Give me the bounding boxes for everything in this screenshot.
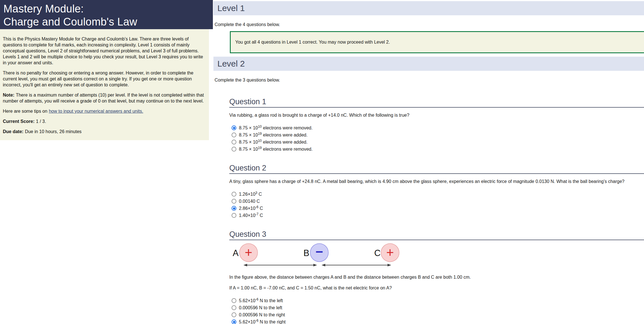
due-date-row: Due date:Due in 10 hours, 26 minutes (3, 129, 206, 135)
sidebar: Mastery Module: Charge and Coulomb's Law… (0, 0, 213, 324)
question-1-text: Via rubbing, a glass rod is brought to a… (229, 112, 644, 118)
question-1-options: 8.75 × 1010 electrons were removed. 8.75… (229, 125, 644, 152)
option-label: 2.86×10-6 C (239, 205, 263, 212)
question-1-heading: Question 1 (229, 97, 644, 108)
option-label: 8.75 × 1010 electrons were removed. (239, 125, 313, 131)
option-label: 5.62×10-6 N to the left (239, 298, 283, 304)
level1-instruction: Complete the 4 questions below. (215, 22, 644, 27)
level2-banner: Level 2 (213, 57, 644, 71)
level2-instruction: Complete the 3 questions below. (215, 78, 644, 83)
current-score-row: Current Score:1 / 3. (3, 118, 206, 124)
radio-button[interactable] (232, 147, 236, 152)
note-text: There is a maximum number of attempts (1… (3, 93, 204, 103)
level2-title: Level 2 (217, 59, 245, 69)
level1-banner: Level 1 (213, 1, 644, 15)
question-2-text: A tiny, glass sphere has a charge of +24… (229, 178, 644, 184)
radio-button[interactable] (232, 213, 236, 218)
question-1-block: Question 1 Via rubbing, a glass rod is b… (229, 97, 644, 152)
question-2-option-2: 0.00140 C (229, 198, 644, 204)
option-label: 0.00140 C (239, 198, 260, 204)
charge-b-label: B (303, 248, 309, 258)
option-label: 0.000596 N to the left (239, 305, 282, 311)
plus-sign-c: + (386, 245, 394, 260)
radio-button[interactable] (232, 319, 236, 324)
radio-button[interactable] (232, 298, 236, 303)
due-date-label: Due date: (3, 129, 23, 134)
question-3-option-3: 0.000596 N to the right (229, 312, 644, 318)
level1-success-message: You got all 4 questions in Level 1 corre… (235, 40, 390, 44)
numerical-answers-tips-link[interactable]: how to input your numerical answers and … (49, 109, 143, 114)
question-2-option-1: 1.26×103 C (229, 191, 644, 197)
charge-c-label: C (374, 248, 380, 258)
option-label: 1.40×10-7 C (239, 212, 263, 219)
question-2-option-3: 2.86×10-6 C (229, 205, 644, 212)
question-2-block: Question 2 A tiny, glass sphere has a ch… (229, 164, 644, 219)
distance-arrow-ab (243, 264, 317, 267)
radio-button[interactable] (232, 125, 236, 130)
module-title: Mastery Module: Charge and Coulomb's Law (3, 2, 209, 28)
question-2-option-4: 1.40×10-7 C (229, 212, 644, 219)
question-1-option-2: 8.75 × 1019 electrons were added. (229, 132, 644, 138)
question-3-option-1: 5.62×10-6 N to the left (229, 298, 644, 304)
due-date-value: Due in 10 hours, 26 minutes (25, 129, 82, 134)
question-3-options: 5.62×10-6 N to the left 0.000596 N to th… (229, 298, 644, 324)
radio-button[interactable] (232, 199, 236, 204)
level1-success-box: You got all 4 questions in Level 1 corre… (230, 31, 644, 53)
module-description-panel: This is the Physics Mastery Module for C… (0, 29, 209, 140)
question-3-block: Question 3 A + B − C + (229, 230, 644, 324)
option-label: 8.75 × 1019 electrons were removed. (239, 146, 313, 152)
question-3-option-2: 0.000596 N to the left (229, 305, 644, 311)
question-2-heading: Question 2 (229, 164, 644, 174)
option-label: 8.75 × 1010 electrons were added. (239, 139, 307, 145)
option-label: 5.62×10-6 N to the right (239, 319, 286, 324)
minus-sign-b: − (316, 244, 323, 259)
module-title-line2: Charge and Coulomb's Law (3, 15, 209, 28)
current-score-label: Current Score: (3, 119, 35, 124)
module-rules-paragraph: There is no penalty for choosing or ente… (3, 70, 206, 88)
tips-paragraph: Here are some tips onhow to input your n… (3, 108, 206, 114)
question-1-option-1: 8.75 × 1010 electrons were removed. (229, 125, 644, 131)
module-note-paragraph: Note:There is a maximum number of attemp… (3, 92, 206, 104)
radio-button[interactable] (232, 305, 236, 310)
note-label: Note: (3, 93, 14, 97)
radio-button[interactable] (232, 206, 236, 211)
module-header: Mastery Module: Charge and Coulomb's Law (0, 0, 213, 29)
radio-button[interactable] (232, 312, 236, 317)
level1-title: Level 1 (217, 3, 245, 13)
module-title-line1: Mastery Module: (3, 2, 209, 15)
distance-arrow-bc (322, 264, 391, 267)
question-3-text1: In the figure above, the distance betwee… (229, 274, 644, 280)
radio-button[interactable] (232, 133, 236, 137)
radio-button[interactable] (232, 140, 236, 144)
option-label: 8.75 × 1019 electrons were added. (239, 132, 307, 138)
charge-a-label: A (233, 248, 239, 258)
charge-diagram: A + B − C + (229, 241, 410, 273)
tips-prefix: Here are some tips on (3, 109, 47, 114)
current-score-value: 1 / 3. (36, 119, 46, 124)
plus-sign-a: + (245, 245, 253, 260)
question-3-heading: Question 3 (229, 230, 644, 240)
question-1-option-4: 8.75 × 1019 electrons were removed. (229, 146, 644, 152)
question-3-option-4: 5.62×10-6 N to the right (229, 319, 644, 324)
option-label: 0.000596 N to the right (239, 312, 285, 318)
main-content: Level 1 Complete the 4 questions below. … (213, 0, 644, 324)
question-3-text2: If A = 1.00 nC, B = -7.00 nC, and C = 1.… (229, 285, 644, 291)
option-label: 1.26×103 C (239, 191, 262, 197)
module-intro-paragraph: This is the Physics Mastery Module for C… (3, 36, 206, 66)
question-2-options: 1.26×103 C 0.00140 C 2.86×10-6 C 1.40×10… (229, 191, 644, 219)
page: Mastery Module: Charge and Coulomb's Law… (0, 0, 644, 324)
question-1-option-3: 8.75 × 1010 electrons were added. (229, 139, 644, 145)
radio-button[interactable] (232, 192, 236, 197)
